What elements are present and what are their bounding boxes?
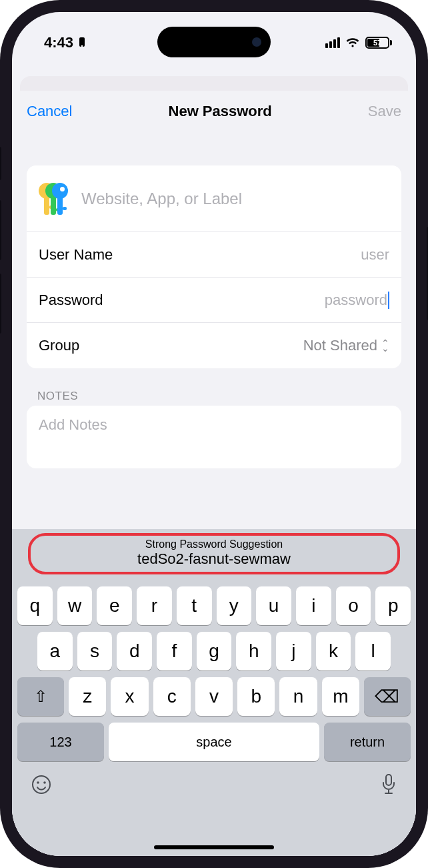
battery-percent: 57 [367, 39, 388, 47]
strong-password-suggestion[interactable]: Strong Password Suggestion tedSo2-fasnut… [28, 533, 401, 574]
key-i[interactable]: i [296, 586, 331, 625]
key-f[interactable]: f [157, 632, 192, 671]
password-form-card: Website, App, or Label User Name user Pa… [27, 165, 401, 368]
key-h[interactable]: h [236, 632, 271, 671]
key-c[interactable]: c [153, 677, 191, 716]
group-value: Not Shared [303, 337, 377, 354]
key-j[interactable]: j [276, 632, 311, 671]
text-cursor [388, 292, 389, 309]
volume-up-button [0, 200, 1, 260]
site-row[interactable]: Website, App, or Label [27, 165, 401, 232]
svg-rect-5 [386, 775, 391, 785]
notes-placeholder: Add Notes [39, 416, 107, 433]
volume-down-button [0, 274, 1, 334]
backspace-icon: ⌫ [375, 687, 399, 707]
key-z[interactable]: z [69, 677, 106, 716]
password-label: Password [39, 292, 325, 309]
notes-field[interactable]: Add Notes [27, 406, 401, 468]
front-camera-icon [252, 37, 261, 47]
key-y[interactable]: y [217, 586, 252, 625]
key-t[interactable]: t [177, 586, 212, 625]
username-label: User Name [39, 246, 361, 264]
numbers-key[interactable]: 123 [17, 723, 104, 761]
save-button[interactable]: Save [368, 103, 401, 120]
key-b[interactable]: b [237, 677, 275, 716]
status-time: 4:43 [44, 34, 73, 51]
emoji-icon [31, 774, 52, 795]
space-key[interactable]: space [109, 723, 319, 761]
keyboard-row-3: ⇧ z x c v b n m ⌫ [17, 677, 411, 716]
modal-sheet: Cancel New Password Save Website, App, o… [12, 91, 416, 856]
key-x[interactable]: x [111, 677, 148, 716]
keyboard: Strong Password Suggestion tedSo2-fasnut… [12, 529, 416, 856]
key-v[interactable]: v [195, 677, 233, 716]
group-label: Group [39, 337, 303, 354]
password-row[interactable]: Password password [27, 278, 401, 323]
nav-title: New Password [169, 103, 272, 120]
key-o[interactable]: o [336, 586, 371, 625]
dynamic-island [157, 27, 271, 57]
emoji-key[interactable] [31, 774, 52, 801]
shift-key[interactable]: ⇧ [17, 677, 64, 716]
username-value: user [361, 246, 389, 264]
key-q[interactable]: q [17, 586, 53, 625]
passwords-app-icon [39, 183, 71, 215]
key-p[interactable]: p [375, 586, 411, 625]
key-n[interactable]: n [279, 677, 317, 716]
suggestion-value: tedSo2-fasnut-sewmaw [45, 550, 383, 568]
key-d[interactable]: d [117, 632, 152, 671]
key-s[interactable]: s [77, 632, 113, 671]
keyboard-row-4: 123 space return [17, 723, 411, 761]
keyboard-rows: q w e r t y u i o p a s d [12, 586, 416, 761]
wifi-icon [345, 37, 360, 48]
iphone-frame: 4:43 57 Cancel N [0, 0, 428, 868]
battery-indicator: 57 [365, 37, 392, 49]
backspace-key[interactable]: ⌫ [364, 677, 411, 716]
key-l[interactable]: l [355, 632, 391, 671]
key-k[interactable]: k [316, 632, 351, 671]
nav-bar: Cancel New Password Save [12, 91, 416, 132]
autofill-suggestion-bar: Strong Password Suggestion tedSo2-fasnut… [12, 529, 416, 580]
key-w[interactable]: w [57, 586, 93, 625]
return-key[interactable]: return [324, 723, 411, 761]
silence-switch [0, 147, 1, 180]
svg-point-1 [81, 45, 83, 47]
cancel-button[interactable]: Cancel [27, 103, 72, 120]
microphone-icon [380, 773, 397, 796]
notes-section-header: NOTES [37, 390, 391, 403]
key-u[interactable]: u [256, 586, 291, 625]
svg-point-4 [43, 781, 46, 784]
key-g[interactable]: g [197, 632, 232, 671]
svg-point-3 [37, 781, 39, 784]
svg-point-2 [33, 776, 50, 793]
key-r[interactable]: r [137, 586, 172, 625]
home-indicator[interactable] [154, 845, 274, 849]
site-field-placeholder: Website, App, or Label [81, 189, 242, 208]
group-row[interactable]: Group Not Shared ⌃⌄ [27, 323, 401, 368]
location-indicator-icon [77, 37, 87, 49]
keyboard-row-2: a s d f g h j k l [17, 632, 411, 671]
key-m[interactable]: m [322, 677, 359, 716]
dictation-key[interactable] [380, 773, 397, 801]
username-row[interactable]: User Name user [27, 232, 401, 278]
screen: 4:43 57 Cancel N [12, 12, 416, 856]
keyboard-bottom-row [12, 761, 416, 801]
key-a[interactable]: a [37, 632, 73, 671]
password-value: password [325, 292, 387, 309]
chevron-up-down-icon: ⌃⌄ [381, 340, 389, 351]
key-e[interactable]: e [97, 586, 132, 625]
cellular-signal-icon [325, 37, 340, 48]
suggestion-title: Strong Password Suggestion [45, 538, 383, 550]
keyboard-row-1: q w e r t y u i o p [17, 586, 411, 625]
shift-icon: ⇧ [34, 687, 47, 706]
